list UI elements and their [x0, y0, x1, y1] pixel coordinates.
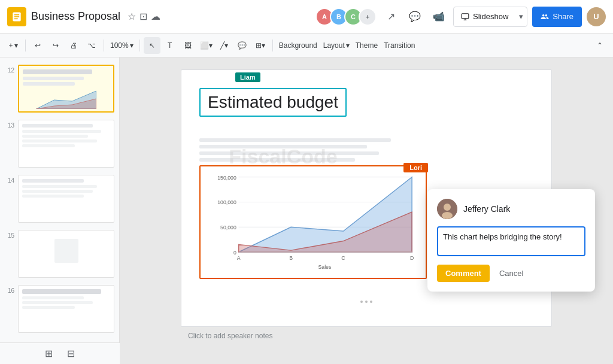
copy-icon[interactable]: ⊡ — [139, 11, 147, 22]
lori-cursor-tag: Lori — [403, 163, 428, 172]
share-button[interactable]: Share — [532, 7, 582, 27]
comment-popup: Jeffery Clark Comment Cancel — [427, 189, 595, 292]
svg-text:50,000: 50,000 — [220, 225, 236, 230]
add-button[interactable]: + ▾ — [5, 37, 22, 54]
star-icon[interactable]: ☆ — [128, 11, 136, 22]
slide-num-15: 15 — [5, 230, 14, 239]
transition-button[interactable]: Transition — [381, 37, 417, 54]
slide-thumb-14[interactable]: 14 — [2, 172, 117, 225]
background-button[interactable]: Background — [277, 37, 320, 54]
collaborator-avatars: A B C + — [315, 8, 377, 26]
slide-panel: 12 13 — [0, 57, 120, 364]
svg-rect-3 — [14, 18, 18, 19]
slide-thumb-13[interactable]: 13 — [2, 117, 117, 170]
title-container: Liam Estimated budget — [199, 88, 347, 129]
toolbar: + ▾ ↩ ↪ 🖨 ⌥ 100% ▾ ↖ T 🖼 ⬜▾ ╱▾ 💬 ⊞▾ Back… — [0, 34, 613, 57]
line-tool[interactable]: ╱▾ — [216, 37, 233, 54]
sep-2 — [104, 40, 104, 51]
comment-input[interactable] — [437, 226, 585, 256]
svg-rect-2 — [14, 16, 19, 17]
text-tool[interactable]: T — [162, 37, 178, 54]
collapse-panel-button[interactable]: ⌃ — [591, 37, 608, 54]
liam-cursor-tag: Liam — [235, 72, 260, 82]
thumb-content-14 — [19, 175, 114, 222]
content-area: Liam Estimated budget FiscalCod — [120, 57, 613, 364]
speaker-notes[interactable]: Click to add speaker notes — [181, 327, 552, 345]
theme-button[interactable]: Theme — [353, 37, 380, 54]
slide-num-13: 13 — [5, 120, 14, 129]
layout-tool[interactable]: ⊞▾ — [252, 37, 269, 54]
comment-cancel-button[interactable]: Cancel — [494, 265, 528, 282]
toolbar-right: ⌃ — [591, 37, 608, 54]
thumb-box-12 — [18, 65, 114, 113]
undo-button[interactable]: ↩ — [29, 37, 46, 54]
chart-svg: 150,000 100,000 50,000 0 — [205, 171, 421, 273]
svg-text:B: B — [289, 255, 293, 261]
user-avatar[interactable]: U — [587, 7, 606, 26]
transition-label: Transition — [384, 41, 415, 50]
shape-tool[interactable]: ⬜▾ — [198, 37, 215, 54]
layout-button[interactable]: Layout ▾ — [321, 37, 352, 54]
content-lines — [199, 138, 527, 162]
slide-title: Estimated budget — [208, 93, 338, 111]
dot-3 — [370, 301, 372, 303]
format-paint-button[interactable]: ⌥ — [83, 37, 100, 54]
list-view-button[interactable]: ⊟ — [65, 345, 77, 362]
svg-point-24 — [444, 204, 451, 211]
svg-text:Sales: Sales — [318, 264, 331, 270]
comment-header: Jeffery Clark — [437, 199, 585, 219]
avatar-more[interactable]: + — [359, 8, 377, 26]
doc-title: Business Proposal — [31, 10, 120, 23]
commenter-name: Jeffery Clark — [463, 204, 510, 214]
svg-text:A: A — [237, 255, 241, 261]
background-label: Background — [279, 41, 317, 50]
thumb-content-12 — [19, 66, 113, 111]
svg-text:100,000: 100,000 — [217, 199, 236, 205]
slideshow-dropdown[interactable]: ▾ — [515, 7, 527, 26]
sep-4 — [272, 40, 273, 51]
slide-num-14: 14 — [5, 175, 14, 184]
thumb-box-13 — [18, 120, 114, 168]
panel-bottom: ⊞ ⊟ — [0, 342, 120, 364]
svg-rect-1 — [14, 14, 19, 15]
slide-thumb-12[interactable]: 12 — [2, 62, 117, 115]
comment-submit-button[interactable]: Comment — [437, 265, 490, 282]
slide-thumb-15[interactable]: 15 — [2, 228, 117, 280]
top-bar-right: A B C + ↗ 💬 📹 Slideshow ▾ Share U — [315, 7, 606, 27]
app-icon — [7, 7, 26, 26]
comment-avatar — [437, 199, 457, 219]
comment-actions: Comment Cancel — [437, 265, 585, 282]
title-box[interactable]: Estimated budget — [199, 88, 347, 117]
theme-label: Theme — [356, 41, 378, 50]
slideshow-btn-container: Slideshow ▾ — [453, 7, 527, 27]
print-button[interactable]: 🖨 — [65, 37, 82, 54]
thumb-content-15 — [19, 230, 114, 277]
chat-icon-btn[interactable]: 💬 — [405, 7, 424, 26]
svg-text:D: D — [410, 255, 414, 261]
slide-dots — [181, 297, 551, 307]
dot-2 — [365, 301, 368, 303]
meet-icon-btn[interactable]: 📹 — [429, 7, 448, 26]
thumb-box-14 — [18, 175, 114, 223]
sep-3 — [139, 40, 140, 51]
slide-thumb-16[interactable]: 16 — [2, 283, 117, 335]
image-tool[interactable]: 🖼 — [180, 37, 196, 54]
svg-point-25 — [442, 212, 453, 219]
cloud-icon[interactable]: ☁ — [151, 11, 160, 22]
title-actions: ☆ ⊡ ☁ — [128, 11, 160, 22]
cursor-tool[interactable]: ↖ — [144, 37, 160, 54]
svg-text:0: 0 — [233, 250, 236, 256]
thumb-box-15 — [18, 230, 114, 278]
redo-button[interactable]: ↪ — [47, 37, 64, 54]
dot-1 — [360, 301, 363, 303]
top-bar: Business Proposal ☆ ⊡ ☁ A B C + ↗ 💬 📹 Sl… — [0, 0, 613, 34]
trending-icon-btn[interactable]: ↗ — [381, 7, 400, 26]
sep-1 — [25, 40, 26, 51]
zoom-button[interactable]: 100% ▾ — [108, 37, 136, 54]
layout-dropdown-label: Layout — [323, 41, 345, 50]
share-label: Share — [553, 12, 573, 21]
comment-tool[interactable]: 💬 — [234, 37, 251, 54]
grid-view-button[interactable]: ⊞ — [43, 345, 55, 362]
svg-rect-4 — [462, 13, 469, 18]
slideshow-button[interactable]: Slideshow — [454, 12, 515, 21]
